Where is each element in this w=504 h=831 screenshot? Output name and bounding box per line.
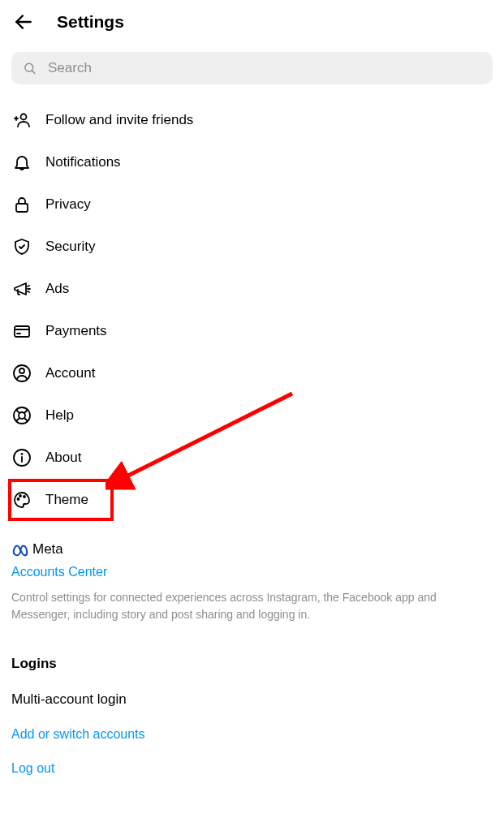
arrow-left-icon <box>13 11 34 32</box>
settings-item-label: Help <box>45 407 74 424</box>
accounts-center-link[interactable]: Accounts Center <box>11 565 493 579</box>
multi-account-login[interactable]: Multi-account login <box>11 691 493 708</box>
add-switch-accounts-link[interactable]: Add or switch accounts <box>11 727 493 742</box>
settings-item-label: Theme <box>45 492 88 508</box>
settings-item-security[interactable]: Security <box>11 226 493 268</box>
svg-rect-6 <box>16 204 28 212</box>
meta-icon <box>11 540 29 558</box>
settings-item-label: Security <box>45 239 95 255</box>
logins-header: Logins <box>11 656 493 672</box>
palette-icon <box>11 490 32 510</box>
shield-check-icon <box>11 237 32 256</box>
settings-item-follow[interactable]: Follow and invite friends <box>11 99 493 141</box>
svg-line-17 <box>16 410 19 413</box>
meta-brand-label: Meta <box>32 541 63 558</box>
credit-card-icon <box>11 321 32 341</box>
svg-point-24 <box>18 498 19 500</box>
settings-item-theme[interactable]: Theme <box>8 479 114 521</box>
settings-item-label: Payments <box>45 323 107 339</box>
settings-item-notifications[interactable]: Notifications <box>11 141 493 183</box>
settings-item-label: Account <box>45 365 95 381</box>
settings-item-label: Follow and invite friends <box>45 112 193 128</box>
svg-line-19 <box>24 418 28 421</box>
settings-item-ads[interactable]: Ads <box>11 268 493 310</box>
svg-line-20 <box>16 418 19 421</box>
svg-point-14 <box>19 368 24 373</box>
page-title: Settings <box>57 12 124 32</box>
logout-link[interactable]: Log out <box>11 761 493 776</box>
svg-line-18 <box>24 410 28 413</box>
bell-icon <box>11 153 32 172</box>
settings-item-label: Privacy <box>45 196 91 213</box>
back-button[interactable] <box>13 11 34 32</box>
settings-item-label: Notifications <box>45 154 121 170</box>
settings-list: Follow and invite friends Notifications … <box>0 99 504 521</box>
logins-section: Logins Multi-account login Add or switch… <box>0 656 504 776</box>
meta-logo: Meta <box>11 540 493 558</box>
account-icon <box>11 364 32 383</box>
svg-point-3 <box>21 114 27 120</box>
svg-point-25 <box>19 495 21 497</box>
meta-section: Meta Accounts Center Control settings fo… <box>0 521 504 623</box>
follow-invite-icon <box>11 110 32 130</box>
settings-item-payments[interactable]: Payments <box>11 310 493 352</box>
search-bar[interactable] <box>11 52 493 84</box>
header-bar: Settings <box>0 0 504 44</box>
search-input[interactable] <box>48 60 481 76</box>
settings-item-account[interactable]: Account <box>11 352 493 394</box>
search-icon <box>23 61 37 75</box>
lock-icon <box>11 195 32 214</box>
svg-point-23 <box>22 454 23 454</box>
svg-rect-10 <box>15 326 29 337</box>
svg-line-7 <box>28 286 29 286</box>
megaphone-icon <box>11 279 32 299</box>
meta-description: Control settings for connected experienc… <box>11 589 493 623</box>
settings-item-help[interactable]: Help <box>11 394 493 437</box>
settings-item-label: Ads <box>45 281 69 297</box>
svg-line-2 <box>32 71 35 74</box>
svg-line-9 <box>28 291 29 292</box>
lifebuoy-icon <box>11 406 32 425</box>
svg-point-26 <box>24 496 25 497</box>
settings-item-about[interactable]: About <box>11 437 493 479</box>
info-icon <box>11 448 32 467</box>
settings-item-privacy[interactable]: Privacy <box>11 183 493 226</box>
settings-item-label: About <box>45 450 81 466</box>
